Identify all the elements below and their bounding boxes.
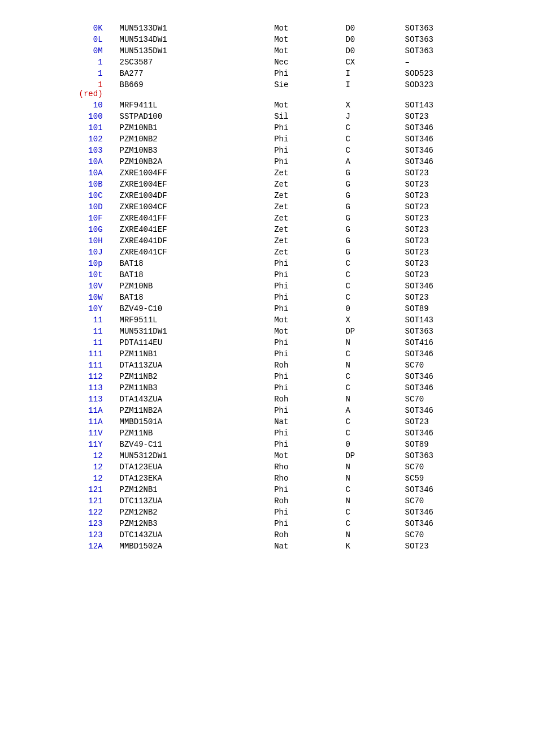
table-row: 11YBZV49-C11Phi0SOT89 — [34, 439, 500, 450]
col-code: 123 — [34, 518, 120, 529]
col-part-number: MMBD1501A — [120, 416, 275, 427]
table-row: 10MRF9411LMotXSOT143 — [34, 100, 500, 111]
col-part-number: MUN5133DW1 — [120, 23, 275, 34]
col-type: C — [345, 382, 405, 394]
col-code: 11Y — [34, 439, 120, 450]
col-package: SOT416 — [405, 337, 500, 348]
col-package: SOT23 — [405, 416, 500, 427]
table-row: 10CZXRE1004DFZetGSOT23 — [34, 190, 500, 201]
col-code: 12 — [34, 461, 120, 473]
col-code: 11 — [34, 314, 120, 326]
col-code: 111 — [34, 348, 120, 360]
col-package: SC70 — [405, 461, 500, 473]
table-row: 12AMMBD1502ANatKSOT23 — [34, 541, 500, 552]
col-type: A — [345, 405, 405, 416]
table-row: 10HZXRE4041DFZetGSOT23 — [34, 235, 500, 247]
col-package: SOT346 — [405, 122, 500, 133]
col-package: SOT346 — [405, 484, 500, 495]
col-package: SC59 — [405, 473, 500, 484]
col-type: C — [345, 507, 405, 518]
col-type: N — [345, 337, 405, 348]
table-row: 10VPZM10NBPhiCSOT346 — [34, 280, 500, 292]
col-package: SC70 — [405, 394, 500, 405]
col-part-number: MUN5311DW1 — [120, 326, 275, 337]
col-package: SOT23 — [405, 179, 500, 190]
col-code: 12 — [34, 473, 120, 484]
table-row: 11APZM11NB2APhiASOT346 — [34, 405, 500, 416]
col-code: 11A — [34, 416, 120, 427]
table-row: 103PZM10NB3PhiCSOT346 — [34, 145, 500, 156]
table-row: 123DTC143ZUARohNSC70 — [34, 529, 500, 541]
table-row: 121PZM12NB1PhiCSOT346 — [34, 484, 500, 495]
col-package: SOT363 — [405, 326, 500, 337]
col-code: 11 — [34, 337, 120, 348]
col-code: 121 — [34, 484, 120, 495]
table-row: 100SSTPAD100SilJSOT23 — [34, 111, 500, 122]
col-type: C — [345, 427, 405, 439]
col-package: SOT346 — [405, 145, 500, 156]
col-part-number: BAT18 — [120, 292, 275, 303]
table-row: 0MMUN5135DW1MotD0SOT363 — [34, 45, 500, 57]
table-row: 11AMMBD1501ANatCSOT23 — [34, 416, 500, 427]
table-row: 12DTA123EUARhoNSC70 — [34, 461, 500, 473]
col-part-number: PZM11NB2 — [120, 371, 275, 382]
col-code: 1 — [34, 68, 120, 79]
col-manufacturer: Nec — [274, 57, 345, 68]
col-package: SOT23 — [405, 292, 500, 303]
col-part-number: MRF9511L — [120, 314, 275, 326]
col-code: 10J — [34, 247, 120, 258]
table-row: 121DTC113ZUARohNSC70 — [34, 495, 500, 507]
col-manufacturer: Phi — [274, 280, 345, 292]
table-row: 101PZM10NB1PhiCSOT346 — [34, 122, 500, 133]
col-package: SOT346 — [405, 518, 500, 529]
col-type: C — [345, 280, 405, 292]
col-manufacturer: Zet — [274, 235, 345, 247]
col-package: SOT23 — [405, 258, 500, 269]
col-manufacturer: Mot — [274, 34, 345, 45]
col-manufacturer: Phi — [274, 258, 345, 269]
col-manufacturer: Zet — [274, 190, 345, 201]
col-code: 113 — [34, 382, 120, 394]
col-part-number: ZXRE1004FF — [120, 167, 275, 179]
col-part-number: DTA123EUA — [120, 461, 275, 473]
col-package: SOT143 — [405, 100, 500, 111]
table-row: 111PZM11NB1PhiCSOT346 — [34, 348, 500, 360]
col-package: SC70 — [405, 495, 500, 507]
col-type: G — [345, 179, 405, 190]
table-row: 11VPZM11NBPhiCSOT346 — [34, 427, 500, 439]
col-code: 10H — [34, 235, 120, 247]
col-manufacturer: Phi — [274, 122, 345, 133]
col-code: 10A — [34, 167, 120, 179]
col-code: 102 — [34, 133, 120, 145]
col-part-number: BZV49-C11 — [120, 439, 275, 450]
col-manufacturer: Phi — [274, 303, 345, 314]
col-manufacturer: Phi — [274, 133, 345, 145]
table-row: 123PZM12NB3PhiCSOT346 — [34, 518, 500, 529]
col-package: SOT346 — [405, 371, 500, 382]
col-manufacturer: Zet — [274, 201, 345, 213]
col-manufacturer: Phi — [274, 156, 345, 167]
col-part-number: MMBD1502A — [120, 541, 275, 552]
col-manufacturer: Phi — [274, 269, 345, 280]
col-code: 10W — [34, 292, 120, 303]
col-code: 0L — [34, 34, 120, 45]
col-package: SOT346 — [405, 280, 500, 292]
table-row: 1BA277PhiISOD523 — [34, 68, 500, 79]
col-manufacturer: Roh — [274, 360, 345, 371]
table-row: 10BZXRE1004EFZetGSOT23 — [34, 179, 500, 190]
col-manufacturer: Zet — [274, 213, 345, 224]
col-package: SC70 — [405, 360, 500, 371]
col-manufacturer: Mot — [274, 100, 345, 111]
col-part-number: 2SC3587 — [120, 57, 275, 68]
col-code: 113 — [34, 394, 120, 405]
col-code: 1 — [34, 57, 120, 68]
col-type: J — [345, 111, 405, 122]
col-type: D0 — [345, 23, 405, 34]
col-package: SOT346 — [405, 427, 500, 439]
col-code: 10B — [34, 179, 120, 190]
col-part-number: DTA113ZUA — [120, 360, 275, 371]
col-part-number: DTA123EKA — [120, 473, 275, 484]
col-package: SOT89 — [405, 439, 500, 450]
col-code: 10V — [34, 280, 120, 292]
col-manufacturer: Phi — [274, 518, 345, 529]
